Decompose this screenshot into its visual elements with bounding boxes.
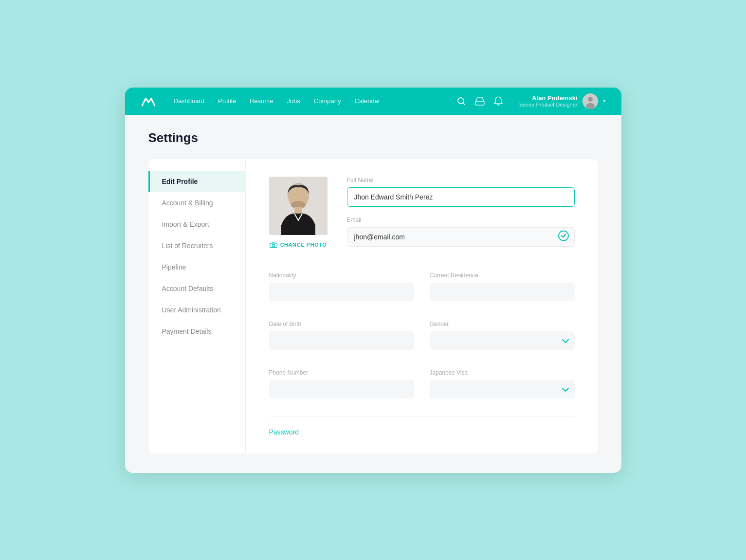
search-icon[interactable] (456, 96, 467, 107)
svg-rect-10 (294, 207, 302, 214)
email-wrapper (347, 227, 575, 247)
navbar-nav: Dashboard Profile Resume Jobs Company Ca… (174, 97, 456, 105)
sidebar-item-payment-details[interactable]: Payment Details (148, 321, 245, 342)
navbar-actions: Alan Podemski Senior Product Designer ▾ (456, 93, 606, 109)
nationality-label: Nationality (269, 272, 414, 279)
nav-dashboard[interactable]: Dashboard (174, 97, 205, 105)
navbar: Dashboard Profile Resume Jobs Company Ca… (125, 88, 621, 115)
svg-point-13 (559, 231, 568, 240)
nav-company[interactable]: Company (314, 97, 341, 105)
email-group: Email (347, 217, 575, 247)
sidebar-item-list-recruiters[interactable]: List of Recruiters (148, 235, 245, 256)
email-input[interactable] (347, 227, 575, 247)
main-content: Settings Edit Profile Account & Billing … (125, 115, 621, 473)
password-section: Password (269, 416, 575, 436)
phone-input[interactable] (269, 380, 414, 398)
gender-label: Gender (430, 321, 575, 327)
form-top-row: CHANGE PHOTO Full Name Email (269, 177, 575, 256)
chevron-down-icon: ▾ (603, 98, 606, 104)
japanese-visa-select-wrapper: Yes No (430, 380, 575, 398)
form-grid: Nationality Current Residence Date of Bi… (269, 272, 575, 408)
change-photo-label: CHANGE PHOTO (280, 242, 327, 248)
user-name: Alan Podemski (519, 94, 578, 102)
svg-point-12 (272, 244, 274, 247)
svg-rect-2 (475, 102, 484, 105)
page-title: Settings (148, 130, 598, 145)
sidebar-item-account-defaults[interactable]: Account Defaults (148, 278, 245, 299)
camera-icon (270, 241, 277, 249)
phone-group: Phone Number (269, 369, 414, 398)
gender-select-wrapper: Male Female Other (430, 331, 575, 350)
profile-photo (269, 177, 328, 235)
full-name-label: Full Name (347, 177, 575, 183)
nav-calendar[interactable]: Calendar (355, 97, 381, 105)
settings-body: CHANGE PHOTO Full Name Email (246, 159, 598, 453)
full-name-input[interactable] (347, 187, 575, 207)
nav-resume[interactable]: Resume (250, 97, 273, 105)
svg-point-5 (586, 103, 595, 109)
sidebar-item-import-export[interactable]: Import & Export (148, 214, 245, 235)
email-label: Email (347, 217, 575, 223)
nationality-input[interactable] (269, 283, 414, 301)
phone-label: Phone Number (269, 369, 414, 376)
settings-card: Edit Profile Account & Billing Import & … (148, 159, 598, 453)
email-verified-icon (558, 230, 569, 243)
sidebar-item-pipeline[interactable]: Pipeline (148, 256, 245, 278)
sidebar-item-edit-profile[interactable]: Edit Profile (148, 171, 245, 192)
avatar (582, 93, 598, 109)
dob-label: Date of Birth (269, 321, 414, 327)
nationality-group: Nationality (269, 272, 414, 301)
user-info[interactable]: Alan Podemski Senior Product Designer ▾ (519, 93, 606, 109)
sidebar-item-account-billing[interactable]: Account & Billing (148, 192, 245, 214)
svg-point-4 (588, 97, 593, 102)
current-residence-input[interactable] (430, 283, 575, 301)
dob-group: Date of Birth (269, 321, 414, 350)
gender-select[interactable]: Male Female Other (430, 331, 575, 350)
name-email-section: Full Name Email (347, 177, 575, 256)
app-wrapper: Dashboard Profile Resume Jobs Company Ca… (125, 88, 621, 473)
sidebar-item-user-admin[interactable]: User Administration (148, 299, 245, 321)
password-label[interactable]: Password (269, 428, 575, 436)
japanese-visa-group: Japanese Visa Yes No (430, 369, 575, 398)
user-role: Senior Product Designer (519, 102, 578, 108)
nav-jobs[interactable]: Jobs (287, 97, 300, 105)
navbar-logo[interactable] (141, 94, 156, 108)
bell-icon[interactable] (493, 96, 504, 107)
user-text: Alan Podemski Senior Product Designer (519, 94, 578, 108)
full-name-group: Full Name (347, 177, 575, 207)
current-residence-label: Current Residence (430, 272, 575, 279)
japanese-visa-label: Japanese Visa (430, 369, 575, 376)
nav-profile[interactable]: Profile (218, 97, 236, 105)
svg-line-1 (463, 103, 465, 105)
japanese-visa-select[interactable]: Yes No (430, 380, 575, 398)
gender-group: Gender Male Female Other (430, 321, 575, 350)
dob-input[interactable] (269, 331, 414, 350)
settings-sidebar: Edit Profile Account & Billing Import & … (148, 159, 246, 453)
tray-icon[interactable] (474, 96, 485, 107)
change-photo-button[interactable]: CHANGE PHOTO (270, 241, 327, 249)
current-residence-group: Current Residence (430, 272, 575, 301)
photo-section: CHANGE PHOTO (269, 177, 328, 249)
